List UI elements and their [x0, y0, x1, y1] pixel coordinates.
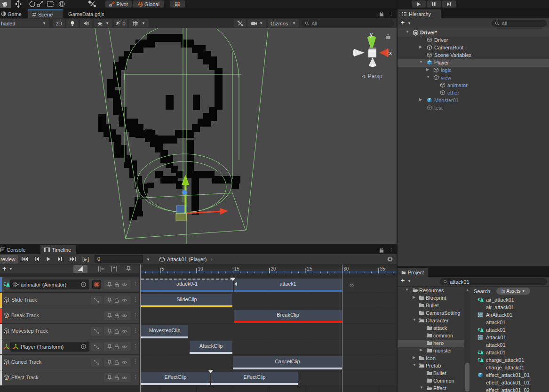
svg-text:⋖ Persp: ⋖ Persp — [361, 73, 382, 80]
svg-text:y: y — [370, 31, 373, 38]
svg-text:5: 5 — [161, 266, 164, 272]
svg-text:{}: {} — [6, 378, 9, 381]
svg-text:10: 10 — [198, 266, 203, 272]
svg-text:x: x — [389, 50, 392, 56]
svg-text:{}: {} — [6, 362, 9, 366]
svg-text:{}: {} — [6, 331, 9, 335]
svg-text:{}: {} — [6, 300, 9, 304]
svg-text:30: 30 — [343, 266, 349, 272]
svg-text:15: 15 — [234, 266, 240, 272]
svg-text:{}: {} — [6, 316, 9, 319]
svg-text:25: 25 — [307, 266, 313, 272]
svg-text:Y: Y — [135, 24, 136, 26]
svg-text:35: 35 — [380, 266, 385, 272]
svg-text:20: 20 — [271, 266, 276, 272]
